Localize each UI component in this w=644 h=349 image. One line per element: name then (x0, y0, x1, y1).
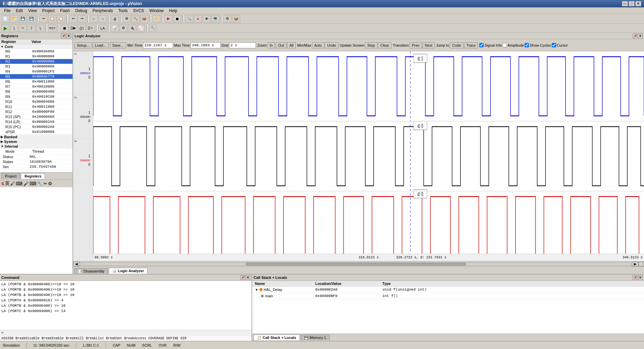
tab-memory1[interactable]: 💾 Memory 1 (301, 335, 330, 340)
la-setup-btn[interactable]: Setup... (74, 42, 92, 48)
la-undo-btn[interactable]: Undo (325, 42, 338, 48)
la-clear-btn[interactable]: Clear (378, 42, 391, 48)
core-group[interactable]: ▼ Core (0, 44, 72, 49)
core-expand-icon[interactable]: ▼ (1, 45, 4, 48)
reg-row-r10[interactable]: R10 0x00004000 (0, 99, 72, 104)
run-to-cursor-btn[interactable]: ⤵ (36, 24, 44, 32)
scroll-end-btn[interactable] (639, 262, 644, 266)
ch2-expand[interactable]: ≫ (74, 96, 77, 99)
registers-pin-btn[interactable]: 📌 (61, 34, 66, 38)
trace-btn2[interactable]: 📈 (137, 24, 145, 32)
reg-row-sec[interactable]: Sec 239.75497450 (0, 164, 72, 169)
reg-row-r5[interactable]: R5 0x0003A776 (0, 74, 72, 79)
cs-expand-hal[interactable]: ▼ (255, 288, 258, 292)
ime-icon2[interactable]: ⌨ (16, 181, 22, 186)
logic-a-btn[interactable]: LA (99, 24, 107, 32)
internal-expand-icon[interactable]: ▼ (1, 145, 4, 148)
step-into-btn[interactable]: ⤵ (10, 24, 18, 32)
reg-row-xpsr[interactable]: xPSR 0x81000000 (0, 130, 72, 135)
menu-peripherals[interactable]: Peripherals (90, 8, 116, 14)
ime-icon4[interactable]: ⌨ (30, 181, 36, 186)
memory-btn[interactable]: 💻 (211, 15, 219, 22)
reg-row-r7[interactable]: R7 0x40010800 (0, 84, 72, 89)
la-load-btn[interactable]: Load... (93, 42, 109, 48)
command-close-btn[interactable]: ✕ (246, 275, 250, 280)
la-zoom-out-btn[interactable]: Out (276, 42, 286, 48)
rebuild-btn[interactable]: 🔨 (131, 15, 140, 22)
menu-svcs[interactable]: SVCS (130, 8, 147, 14)
menu-tools[interactable]: Tools (116, 8, 130, 14)
batch-build-btn[interactable]: 📦 (140, 15, 148, 22)
reg-row-r0[interactable]: R0 0x0003A88A (0, 49, 72, 54)
config-btn[interactable]: ⚙ (223, 15, 231, 22)
menu-help[interactable]: Help (166, 8, 180, 14)
ime-lang-icon[interactable]: 英 (5, 181, 10, 187)
menu-view[interactable]: View (25, 8, 40, 14)
ch1-expand[interactable]: ≫ (74, 52, 77, 56)
reg-row-r12[interactable]: R12 0x00000F00 (0, 109, 72, 114)
scroll-right-btn[interactable]: ▶ (632, 262, 639, 266)
menu-debug[interactable]: Debug (73, 8, 90, 14)
command-input[interactable] (6, 331, 242, 335)
scroll-track[interactable] (80, 262, 631, 266)
step-out-btn[interactable]: ⤴ (28, 24, 36, 32)
cs-row-hal-delay[interactable]: ▼ HAL_Delay 0x080002A8 void f(unsigned i… (252, 287, 644, 293)
flash-btn[interactable]: ⚡ (152, 15, 160, 22)
breakpoint-btn[interactable]: ● (194, 15, 202, 22)
scroll-left-btn[interactable]: ◀ (73, 262, 80, 266)
reg-row-r11[interactable]: R11 0x40011000 (0, 104, 72, 109)
reg-row-status[interactable]: Status HAL (0, 154, 72, 159)
reg-row-r8[interactable]: R8 0x00000400 (0, 89, 72, 94)
menu-file[interactable]: File (1, 8, 13, 14)
menu-edit[interactable]: Edit (13, 8, 25, 14)
reg-row-r3[interactable]: R3 0x00000000 (0, 64, 72, 69)
la-signals-area[interactable]: d: 1 d: 0 d: 0 (93, 51, 644, 261)
la-mintime-input[interactable] (143, 42, 173, 48)
cut-btn[interactable]: ✂ (40, 15, 48, 22)
step3-btn[interactable]: {}⤵ (78, 24, 86, 32)
ime-icon5[interactable]: 🔧 (37, 181, 43, 186)
cs-row-main[interactable]: main 0x08000BF0 int f() (252, 293, 644, 299)
menu-flash[interactable]: Flash (57, 8, 72, 14)
packages-btn[interactable]: 📦 (232, 15, 240, 22)
minimize-button[interactable]: — (622, 1, 628, 6)
maximize-button[interactable]: □ (629, 1, 635, 6)
la-code-btn[interactable]: Code (450, 42, 463, 48)
system-group[interactable]: ▶ System (0, 139, 72, 144)
la-amplitude-check[interactable] (502, 43, 507, 47)
menu-window[interactable]: Window (147, 8, 166, 14)
la-stop-btn[interactable]: Stop (365, 42, 377, 48)
la-hscroll[interactable]: ◀ ▶ (73, 261, 644, 266)
save-all-btn[interactable]: 💾 (28, 15, 36, 22)
run-btn[interactable]: ▶ (1, 24, 9, 32)
undo-btn[interactable]: ↩ (69, 15, 77, 22)
reg-row-r4[interactable]: R4 0x000001F5 (0, 69, 72, 74)
reg-row-r1[interactable]: R1 0x40000000 (0, 54, 72, 59)
tab-disassembly[interactable]: 📝 Disassembly (74, 268, 108, 274)
la-zoom-in-btn[interactable]: In (267, 42, 275, 48)
reg-row-states[interactable]: States 1918039796 (0, 159, 72, 164)
search-btn[interactable]: 🔍 (185, 15, 193, 22)
ime-icon7[interactable]: ⚙ (48, 181, 52, 186)
callstack-close-btn[interactable]: ✕ (638, 275, 643, 280)
la-grid-input[interactable] (229, 42, 256, 48)
la-auto-btn[interactable]: Auto (312, 42, 324, 48)
stop2-btn[interactable]: ⏹ (60, 24, 68, 32)
redo-btn[interactable]: ↪ (78, 15, 86, 22)
tools2-btn[interactable]: 🔧 (149, 24, 157, 32)
new-file-btn[interactable]: 📄 (1, 15, 9, 22)
banked-group[interactable]: ▶ Banked (0, 135, 72, 139)
internal-group[interactable]: ▼ Internal (0, 144, 72, 149)
print-btn[interactable]: 🖨 (111, 15, 119, 22)
scroll-thumb[interactable] (246, 263, 466, 265)
reg-row-r6[interactable]: R6 0x40011000 (0, 79, 72, 84)
la-maxtime-input[interactable] (191, 42, 221, 48)
la-next-btn[interactable]: Next (423, 42, 435, 48)
ime-icon6[interactable]: ✂ (43, 181, 47, 186)
tab-project[interactable]: Project (1, 173, 20, 179)
step-over-btn[interactable]: ⤷ (19, 24, 27, 32)
reset-btn[interactable]: RST (48, 24, 56, 32)
la-trace-btn[interactable]: Trace (464, 42, 478, 48)
settings-btn[interactable]: ⚙ (119, 24, 127, 32)
reg-row-r13[interactable]: R13 (SP) 0x20000660 (0, 114, 72, 119)
